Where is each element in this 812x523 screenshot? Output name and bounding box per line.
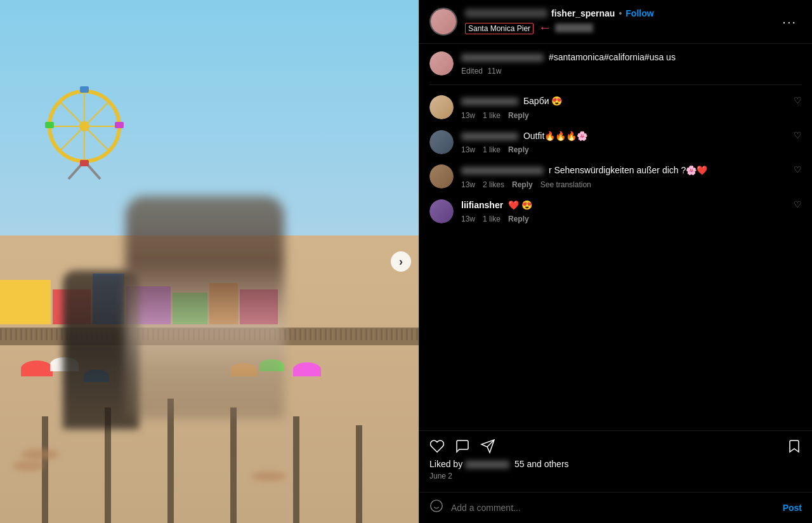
comment-4-text: ❤️ 😍 bbox=[508, 200, 532, 210]
comment-2-avatar[interactable] bbox=[429, 130, 454, 154]
comment-1-username-blur bbox=[461, 98, 518, 105]
comment-3-avatar[interactable] bbox=[429, 164, 454, 189]
comment-button[interactable] bbox=[455, 439, 470, 454]
comment-1-time: 13w bbox=[461, 111, 475, 120]
post-date: June 2 bbox=[429, 472, 802, 480]
likes-username-blur bbox=[465, 461, 509, 468]
comment-3-reply-button[interactable]: Reply bbox=[512, 180, 533, 189]
separator-dot: • bbox=[619, 8, 622, 18]
emoji-button[interactable] bbox=[429, 499, 443, 517]
likes-row: Liked by 55 and others bbox=[429, 459, 802, 469]
likes-prefix: Liked by bbox=[429, 459, 465, 469]
likes-suffix: 55 and others bbox=[514, 459, 569, 469]
comment-2-body: Outfit🔥🔥🔥🌸 13w 1 like Reply bbox=[461, 130, 786, 155]
comment-4-time: 13w bbox=[461, 215, 475, 223]
svg-point-5 bbox=[79, 121, 89, 131]
post-header: fisher_spernau • Follow Santa Monica Pie… bbox=[419, 0, 812, 44]
svg-point-14 bbox=[431, 500, 442, 512]
comment-1-reply-button[interactable]: Reply bbox=[508, 111, 529, 120]
svg-rect-11 bbox=[115, 122, 124, 128]
ferris-wheel bbox=[34, 79, 135, 183]
caption-time: 11w bbox=[487, 67, 501, 76]
comment-item: liifiansher ❤️ 😍 13w 1 like Reply ♡ bbox=[429, 199, 802, 224]
comment-3-like-icon[interactable]: ♡ bbox=[794, 164, 802, 175]
svg-rect-10 bbox=[45, 122, 54, 128]
comment-1-avatar[interactable] bbox=[429, 95, 454, 119]
comment-3-username-blur bbox=[461, 167, 544, 175]
comment-2-username-blur bbox=[461, 133, 518, 140]
comment-item: Барби 😍 13w 1 like Reply ♡ bbox=[429, 95, 802, 120]
comment-item: r Sehenswürdigkeiten außer dich ?🌸❤️ 13w… bbox=[429, 164, 802, 189]
follow-button[interactable]: Follow bbox=[625, 8, 653, 18]
caption-avatar[interactable] bbox=[429, 51, 454, 76]
comment-4-likes: 1 like bbox=[483, 215, 501, 223]
comments-section: #santamonica#california#usa us Edited 11… bbox=[419, 44, 812, 430]
comment-2-like-icon[interactable]: ♡ bbox=[794, 130, 802, 140]
comment-item: Outfit🔥🔥🔥🌸 13w 1 like Reply ♡ bbox=[429, 130, 802, 155]
caption-username-blur bbox=[461, 54, 544, 62]
chevron-right-icon: › bbox=[399, 255, 403, 268]
comment-2-time: 13w bbox=[461, 145, 475, 154]
comment-1-body: Барби 😍 13w 1 like Reply bbox=[461, 95, 786, 120]
share-button[interactable] bbox=[480, 439, 495, 454]
comment-3-text: r Sehenswürdigkeiten außer dich ?🌸❤️ bbox=[549, 165, 707, 175]
comment-3-see-translation-button[interactable]: See translation bbox=[540, 180, 591, 189]
header-info: fisher_spernau • Follow Santa Monica Pie… bbox=[465, 8, 769, 35]
location-tag[interactable]: Santa Monica Pier bbox=[465, 23, 534, 34]
comment-1-text: Барби 😍 bbox=[523, 96, 563, 106]
comment-2-reply-button[interactable]: Reply bbox=[508, 145, 529, 154]
username-visible[interactable]: fisher_spernau bbox=[551, 8, 615, 18]
username-blurred bbox=[465, 9, 547, 18]
comment-4-username[interactable]: liifiansher bbox=[461, 200, 503, 210]
carousel-next-button[interactable]: › bbox=[391, 251, 411, 272]
svg-rect-9 bbox=[80, 160, 89, 166]
poster-avatar[interactable] bbox=[429, 8, 457, 36]
svg-rect-8 bbox=[80, 86, 89, 93]
post-caption: #santamonica#california#usa us Edited 11… bbox=[429, 51, 802, 85]
actions-bar: Liked by 55 and others June 2 bbox=[419, 430, 812, 492]
comment-4-reply-button[interactable]: Reply bbox=[508, 215, 529, 223]
caption-edited: Edited bbox=[461, 67, 483, 76]
add-comment-bar: Post bbox=[419, 492, 812, 523]
caption-body: #santamonica#california#usa us Edited 11… bbox=[461, 51, 802, 76]
caption-hashtags: #santamonica#california#usa us bbox=[549, 52, 676, 62]
bookmark-button[interactable] bbox=[787, 439, 802, 454]
comment-4-body: liifiansher ❤️ 😍 13w 1 like Reply bbox=[461, 199, 786, 224]
post-image: › bbox=[0, 0, 419, 523]
post-comment-button[interactable]: Post bbox=[783, 503, 802, 513]
like-button[interactable] bbox=[429, 439, 445, 454]
comment-1-likes: 1 like bbox=[483, 111, 501, 120]
comment-3-likes: 2 likes bbox=[483, 180, 504, 189]
comment-2-likes: 1 like bbox=[483, 145, 501, 154]
post-panel: fisher_spernau • Follow Santa Monica Pie… bbox=[419, 0, 812, 523]
more-options-button[interactable]: ··· bbox=[777, 12, 802, 32]
comment-3-time: 13w bbox=[461, 180, 475, 189]
comment-4-avatar[interactable] bbox=[429, 199, 454, 223]
comment-input[interactable] bbox=[451, 503, 775, 513]
comment-3-body: r Sehenswürdigkeiten außer dich ?🌸❤️ 13w… bbox=[461, 164, 786, 189]
red-arrow-annotation: ← bbox=[539, 20, 551, 35]
comment-2-text: Outfit🔥🔥🔥🌸 bbox=[523, 131, 587, 141]
comment-1-like-icon[interactable]: ♡ bbox=[794, 95, 802, 105]
comment-4-like-icon[interactable]: ♡ bbox=[794, 199, 802, 209]
